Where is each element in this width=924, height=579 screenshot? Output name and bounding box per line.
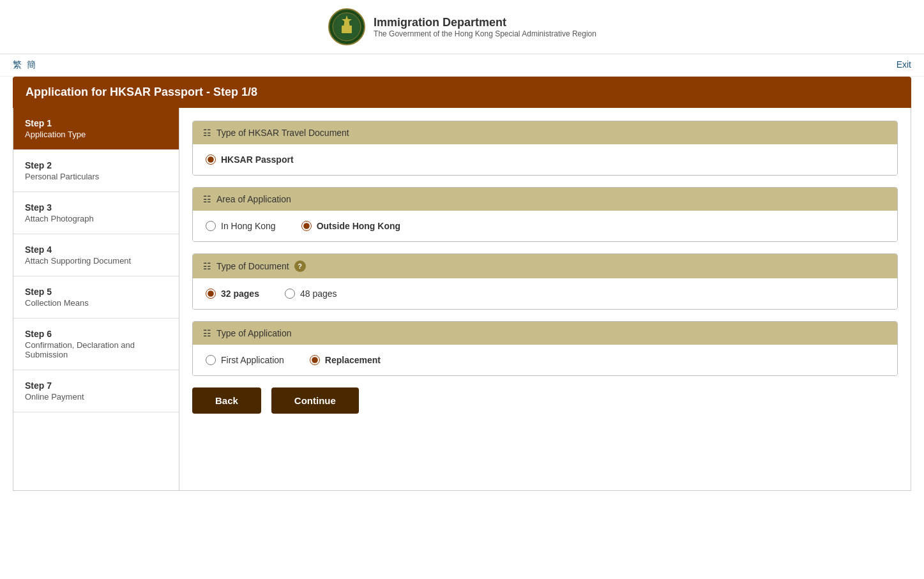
travel-document-radio-group: HKSAR Passport: [206, 154, 884, 165]
section-area-body: In Hong Kong Outside Hong Kong: [193, 211, 897, 241]
department-subtitle: The Government of the Hong Kong Special …: [374, 29, 596, 38]
logo-container: Immigration Department The Government of…: [328, 8, 596, 46]
radio-hksar-passport-label: HKSAR Passport: [221, 154, 294, 165]
radio-hksar-passport[interactable]: HKSAR Passport: [206, 154, 294, 165]
section-travel-document: ☷ Type of HKSAR Travel Document HKSAR Pa…: [192, 121, 898, 176]
button-row: Back Continue: [192, 387, 898, 414]
lang-traditional[interactable]: 繁: [13, 59, 22, 71]
radio-48pages[interactable]: 48 pages: [285, 289, 337, 299]
section-icon-travel: ☷: [203, 128, 211, 138]
department-emblem: [328, 8, 366, 46]
sidebar-item-step7[interactable]: Step 7 Online Payment: [13, 370, 179, 412]
sidebar-item-step2[interactable]: Step 2 Personal Particulars: [13, 150, 179, 192]
department-name: Immigration Department: [374, 16, 596, 29]
radio-hksar-passport-input[interactable]: [206, 154, 216, 165]
continue-button[interactable]: Continue: [271, 387, 359, 414]
section-app-type-title: Type of Application: [216, 328, 292, 338]
section-area-header: ☷ Area of Application: [193, 188, 897, 211]
exit-link[interactable]: Exit: [897, 59, 911, 71]
section-area-title: Area of Application: [216, 194, 291, 204]
step1-number: Step 1: [25, 118, 167, 128]
step3-name: Attach Photograph: [25, 214, 167, 223]
top-nav: 繁 簡 Exit: [0, 54, 924, 77]
sidebar-item-step6[interactable]: Step 6 Confirmation, Declaration and Sub…: [13, 319, 179, 370]
radio-first-application[interactable]: First Application: [206, 355, 284, 365]
section-icon-doc-type: ☷: [203, 261, 211, 271]
step1-name: Application Type: [25, 130, 167, 139]
step7-number: Step 7: [25, 380, 167, 391]
radio-in-hk[interactable]: In Hong Kong: [206, 221, 276, 231]
area-radio-group: In Hong Kong Outside Hong Kong: [206, 221, 884, 231]
step5-number: Step 5: [25, 287, 167, 297]
section-app-type-header: ☷ Type of Application: [193, 322, 897, 345]
page-title: Application for HKSAR Passport - Step 1/…: [26, 86, 257, 98]
back-button[interactable]: Back: [192, 387, 261, 414]
app-type-radio-group: First Application Replacement: [206, 355, 884, 365]
section-travel-document-title: Type of HKSAR Travel Document: [216, 128, 349, 138]
help-icon-doc-type[interactable]: ?: [294, 260, 306, 272]
section-icon-area: ☷: [203, 194, 211, 204]
doc-type-radio-group: 32 pages 48 pages: [206, 289, 884, 299]
sidebar: Step 1 Application Type Step 2 Personal …: [13, 108, 179, 490]
step2-name: Personal Particulars: [25, 172, 167, 181]
section-doc-type-body: 32 pages 48 pages: [193, 278, 897, 309]
page-header: Immigration Department The Government of…: [0, 0, 924, 54]
lang-simplified[interactable]: 簡: [27, 59, 36, 71]
step3-number: Step 3: [25, 202, 167, 213]
radio-replacement-label: Replacement: [325, 355, 381, 365]
section-doc-type-title: Type of Document: [216, 261, 289, 271]
step6-number: Step 6: [25, 329, 167, 339]
section-type-of-application: ☷ Type of Application First Application …: [192, 321, 898, 376]
sidebar-item-step1[interactable]: Step 1 Application Type: [13, 108, 179, 150]
radio-32pages-input[interactable]: [206, 289, 216, 299]
step4-name: Attach Supporting Document: [25, 256, 167, 266]
radio-48pages-input[interactable]: [285, 289, 295, 299]
sidebar-item-step5[interactable]: Step 5 Collection Means: [13, 276, 179, 319]
radio-replacement[interactable]: Replacement: [310, 355, 381, 365]
step6-name: Confirmation, Declaration and Submission: [25, 340, 167, 359]
section-travel-document-body: HKSAR Passport: [193, 144, 897, 175]
section-area-of-application: ☷ Area of Application In Hong Kong Outsi…: [192, 187, 898, 242]
section-icon-app-type: ☷: [203, 328, 211, 338]
step7-name: Online Payment: [25, 392, 167, 402]
radio-outside-hk[interactable]: Outside Hong Kong: [301, 221, 400, 231]
header-text: Immigration Department The Government of…: [374, 16, 596, 38]
sidebar-item-step4[interactable]: Step 4 Attach Supporting Document: [13, 234, 179, 276]
content-area: ☷ Type of HKSAR Travel Document HKSAR Pa…: [179, 108, 911, 490]
section-travel-document-header: ☷ Type of HKSAR Travel Document: [193, 121, 897, 144]
radio-in-hk-label: In Hong Kong: [221, 221, 276, 231]
language-links: 繁 簡: [13, 59, 36, 71]
radio-outside-hk-input[interactable]: [301, 221, 312, 231]
section-app-type-body: First Application Replacement: [193, 345, 897, 375]
main-container: Step 1 Application Type Step 2 Personal …: [13, 108, 911, 491]
radio-outside-hk-label: Outside Hong Kong: [317, 221, 400, 231]
sidebar-item-step3[interactable]: Step 3 Attach Photograph: [13, 192, 179, 234]
radio-first-application-label: First Application: [221, 355, 284, 365]
radio-replacement-input[interactable]: [310, 355, 320, 365]
page-title-bar: Application for HKSAR Passport - Step 1/…: [13, 77, 911, 108]
radio-32pages[interactable]: 32 pages: [206, 289, 259, 299]
radio-48pages-label: 48 pages: [300, 289, 337, 299]
section-doc-type-header: ☷ Type of Document ?: [193, 254, 897, 278]
radio-in-hk-input[interactable]: [206, 221, 216, 231]
step4-number: Step 4: [25, 244, 167, 255]
radio-32pages-label: 32 pages: [221, 289, 259, 299]
step2-number: Step 2: [25, 160, 167, 170]
radio-first-application-input[interactable]: [206, 355, 216, 365]
section-type-of-document: ☷ Type of Document ? 32 pages 48 pages: [192, 253, 898, 310]
step5-name: Collection Means: [25, 298, 167, 308]
